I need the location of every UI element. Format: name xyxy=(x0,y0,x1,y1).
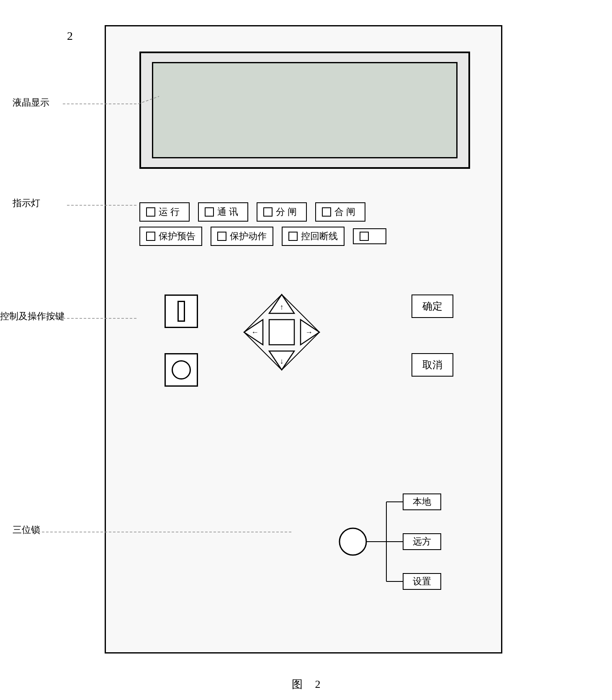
lcd-label: 液晶显示 xyxy=(13,96,49,109)
indicator-box-open xyxy=(263,207,273,217)
indicator-label-comm: 通 讯 xyxy=(217,206,238,218)
svg-text:↓: ↓ xyxy=(280,357,284,365)
indicator-label-open: 分 闸 xyxy=(276,206,297,218)
lock-section: 本地 远方 设置 xyxy=(139,479,470,604)
lock-switch-svg: 本地 远方 设置 xyxy=(311,487,445,596)
indicator-label-prot-warn: 保护预告 xyxy=(159,230,195,243)
indicator-box-ctrl-break xyxy=(288,232,298,241)
figure-label: 图 xyxy=(292,677,303,692)
confirm-button[interactable]: 确定 xyxy=(411,294,453,318)
indicator-row-1: 运 行 通 讯 分 闸 合 闸 xyxy=(139,202,470,222)
indicator-comm: 通 讯 xyxy=(198,202,248,222)
indicator-label: 指示灯 xyxy=(13,197,40,209)
indicator-prot-act: 保护动作 xyxy=(211,227,273,246)
indicator-prot-warn: 保护预告 xyxy=(139,227,202,246)
control-section: ↑ ↓ ← → 确定 取消 xyxy=(139,286,470,454)
indicator-close: 合 闸 xyxy=(315,202,365,222)
svg-rect-4 xyxy=(269,320,294,345)
indicator-label-prot-act: 保护动作 xyxy=(230,230,267,243)
svg-text:远方: 远方 xyxy=(413,536,431,547)
page-container: 2 运 行 通 讯 分 闸 xyxy=(0,0,612,700)
cancel-button[interactable]: 取消 xyxy=(411,353,453,377)
svg-text:←: ← xyxy=(251,328,259,336)
indicator-row-2: 保护预告 保护动作 控回断线 xyxy=(139,227,470,246)
dpad-container: ↑ ↓ ← → xyxy=(240,290,324,374)
indicator-open: 分 闸 xyxy=(257,202,307,222)
power-off-icon xyxy=(172,360,191,380)
lock-label: 三位锁 xyxy=(13,524,40,536)
svg-text:↑: ↑ xyxy=(280,303,284,311)
indicator-box-close xyxy=(322,207,331,217)
indicator-ctrl-break: 控回断线 xyxy=(282,227,345,246)
indicator-box-empty xyxy=(360,232,369,241)
indicator-label-close: 合 闸 xyxy=(334,206,355,218)
power-on-icon xyxy=(177,301,185,322)
indicator-label-run: 运 行 xyxy=(159,206,180,218)
power-on-button[interactable] xyxy=(165,294,198,328)
indicator-empty xyxy=(353,228,386,244)
lcd-display xyxy=(139,52,470,169)
svg-text:本地: 本地 xyxy=(413,496,431,507)
indicator-section: 运 行 通 讯 分 闸 合 闸 保护预 xyxy=(139,202,470,251)
svg-text:设置: 设置 xyxy=(413,576,431,586)
device-number: 2 xyxy=(67,29,73,43)
indicator-label-ctrl-break: 控回断线 xyxy=(301,230,338,243)
figure-number: 2 xyxy=(315,678,321,691)
lcd-screen xyxy=(152,62,458,158)
svg-point-13 xyxy=(339,528,366,555)
control-label: 控制及操作按键 xyxy=(0,310,64,323)
indicator-box-run xyxy=(146,207,155,217)
indicator-box-comm xyxy=(205,207,214,217)
device-panel: 运 行 通 讯 分 闸 合 闸 保护预 xyxy=(105,25,502,654)
power-off-button[interactable] xyxy=(165,353,198,387)
dpad-svg: ↑ ↓ ← → xyxy=(240,290,324,374)
figure-caption: 图 2 xyxy=(292,677,321,692)
indicator-box-prot-act xyxy=(217,232,226,241)
indicator-box-prot-warn xyxy=(146,232,155,241)
svg-text:→: → xyxy=(305,328,313,336)
indicator-run: 运 行 xyxy=(139,202,190,222)
